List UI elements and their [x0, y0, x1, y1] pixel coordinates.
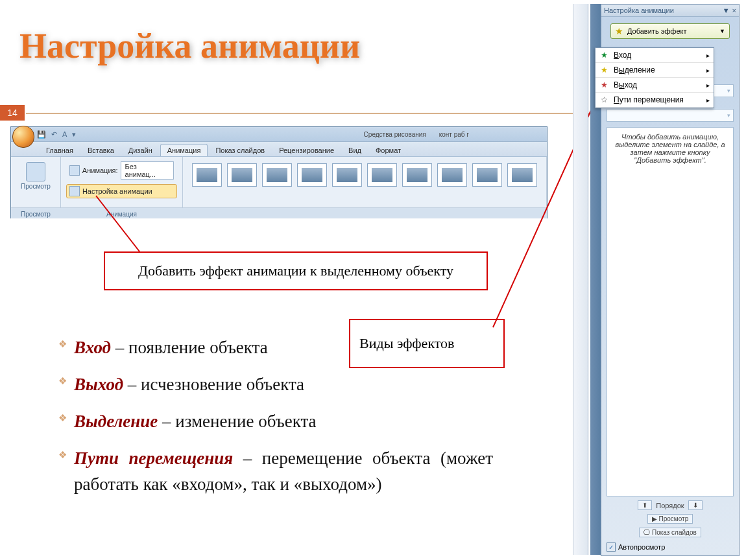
menu-item-emphasis[interactable]: ★ Выделение ▸ — [596, 63, 714, 78]
qat-dropdown-icon[interactable]: ▾ — [72, 130, 76, 139]
transition-thumb[interactable] — [507, 163, 537, 187]
office-button[interactable] — [12, 126, 34, 148]
transition-thumb[interactable] — [297, 163, 327, 187]
move-down-button[interactable]: ⬇ — [688, 500, 703, 510]
tab-home[interactable]: Главная — [40, 145, 80, 156]
chevron-right-icon: ▸ — [706, 67, 710, 74]
ribbon-tabs: Главная Вставка Дизайн Анимация Показ сл… — [11, 142, 547, 157]
preview-button[interactable]: Просмотр — [16, 159, 55, 192]
add-effect-button[interactable]: ★ Добавить эффект ▼ — [610, 23, 730, 39]
group-label-preview: Просмотр — [11, 211, 60, 218]
tab-animation[interactable]: Анимация — [160, 144, 208, 156]
menu-item-entrance[interactable]: ★ Вход ▸ — [596, 48, 714, 63]
group-label-animation: Анимация — [61, 211, 182, 218]
effect-types-list: Вход – появление объекта Выход – исчезно… — [32, 335, 493, 509]
slideshow-label: Показ слайдов — [652, 529, 697, 536]
list-item: Выделение – изменение объекта — [58, 409, 493, 434]
term: Пути перемещения — [74, 449, 233, 468]
contextual-tab-title: Средства рисования — [364, 131, 426, 138]
animation-icon — [69, 165, 80, 176]
transition-thumb[interactable] — [367, 163, 397, 187]
star-icon: ☆ — [599, 95, 608, 104]
tab-review[interactable]: Рецензирование — [272, 145, 341, 156]
menu-label: Выход — [614, 80, 637, 89]
list-item: Пути перемещения – перемещение объекта (… — [58, 446, 493, 496]
transition-thumb[interactable] — [192, 163, 222, 187]
checkbox-icon: ✓ — [607, 542, 616, 552]
gear-icon — [69, 186, 80, 196]
custom-animation-pane: Настройка анимации ▼ × ★ Добавить эффект… — [601, 4, 740, 556]
move-up-button[interactable]: ⬆ — [638, 500, 652, 510]
tab-design[interactable]: Дизайн — [122, 145, 159, 156]
menu-label: Выделение — [614, 65, 655, 75]
tab-slideshow[interactable]: Показ слайдов — [209, 145, 271, 156]
animation-combo-label: Анимация: — [82, 167, 118, 174]
order-label: Порядок — [656, 502, 684, 509]
play-button[interactable]: ▶ Просмотр — [647, 514, 693, 524]
star-icon: ★ — [599, 80, 608, 89]
callout-add-effect-text: Добавить эффект анимации к выделенному о… — [138, 262, 453, 279]
qat-icon[interactable]: A — [62, 130, 67, 138]
pane-header: Настройка анимации ▼ × — [601, 5, 739, 17]
speed-combo[interactable]: ▾ — [607, 109, 734, 122]
slide-title: Настройка анимации — [19, 26, 360, 66]
transition-thumb[interactable] — [437, 163, 467, 187]
list-item: Вход – появление объекта — [58, 335, 493, 360]
custom-animation-label: Настройка анимации — [82, 187, 152, 195]
preview-label: Просмотр — [21, 183, 51, 190]
chevron-down-icon: ▼ — [719, 28, 725, 34]
chevron-right-icon: ▸ — [706, 52, 710, 59]
document-name: конт раб г — [439, 131, 469, 138]
pane-title: Настройка анимации — [604, 6, 674, 14]
transition-gallery[interactable] — [188, 159, 541, 191]
transition-thumb[interactable] — [402, 163, 432, 187]
transition-thumb[interactable] — [332, 163, 362, 187]
star-icon: ★ — [599, 65, 608, 75]
star-icon: ★ — [599, 51, 608, 60]
divider — [26, 113, 594, 114]
preview-icon — [26, 162, 45, 181]
menu-label: Вход — [614, 51, 631, 60]
callout-add-effect: Добавить эффект анимации к выделенному о… — [104, 251, 488, 290]
term: Выделение — [74, 412, 158, 431]
hint-box: Чтобы добавить анимацию, выделите элемен… — [607, 127, 734, 496]
star-icon: ★ — [615, 26, 623, 36]
office-ribbon: 💾 ↶ A ▾ Средства рисования конт раб г Гл… — [10, 126, 547, 218]
quick-access-toolbar: 💾 ↶ A ▾ Средства рисования конт раб г — [11, 127, 547, 142]
qat-icon[interactable]: 💾 — [37, 130, 46, 139]
order-controls: ⬆ Порядок ⬇ — [607, 500, 734, 510]
transition-thumb[interactable] — [472, 163, 502, 187]
chevron-right-icon: ▸ — [706, 97, 710, 104]
add-effect-label: Добавить эффект — [627, 27, 686, 35]
slideshow-button[interactable]: 🖵 Показ слайдов — [639, 528, 701, 537]
close-icon[interactable]: × — [732, 6, 736, 14]
menu-item-motion-paths[interactable]: ☆ Пути перемещения ▸ — [596, 93, 714, 108]
transition-thumb[interactable] — [262, 163, 292, 187]
pane-menu-icon[interactable]: ▼ — [723, 6, 730, 14]
hint-text: Чтобы добавить анимацию, выделите элемен… — [615, 133, 725, 164]
term-desc: – изменение объекта — [158, 412, 316, 431]
transition-thumb[interactable] — [227, 163, 257, 187]
term: Выход — [74, 375, 123, 394]
term-desc: – исчезновение объекта — [123, 375, 304, 394]
tab-insert[interactable]: Вставка — [81, 145, 121, 156]
tab-view[interactable]: Вид — [342, 145, 368, 156]
side-strip — [573, 4, 588, 555]
play-label: Просмотр — [659, 515, 689, 522]
chevron-right-icon: ▸ — [706, 82, 710, 89]
animation-combo[interactable]: Анимация: Без анимац... — [66, 159, 177, 181]
list-item: Выход – исчезновение объекта — [58, 372, 493, 397]
tab-format[interactable]: Формат — [369, 145, 407, 156]
autopreview-checkbox[interactable]: ✓ Автопросмотр — [607, 542, 734, 552]
menu-item-exit[interactable]: ★ Выход ▸ — [596, 78, 714, 93]
custom-animation-button[interactable]: Настройка анимации — [66, 184, 177, 198]
page-number-badge: 14 — [0, 105, 25, 121]
qat-icon[interactable]: ↶ — [51, 130, 57, 139]
autopreview-label: Автопросмотр — [618, 543, 665, 551]
add-effect-menu: ★ Вход ▸ ★ Выделение ▸ ★ Выход ▸ ☆ Пути … — [595, 47, 714, 108]
menu-label: Пути перемещения — [614, 95, 684, 104]
term: Вход — [74, 338, 111, 357]
term-desc: – появление объекта — [111, 338, 268, 357]
animation-combo-value[interactable]: Без анимац... — [121, 161, 174, 180]
